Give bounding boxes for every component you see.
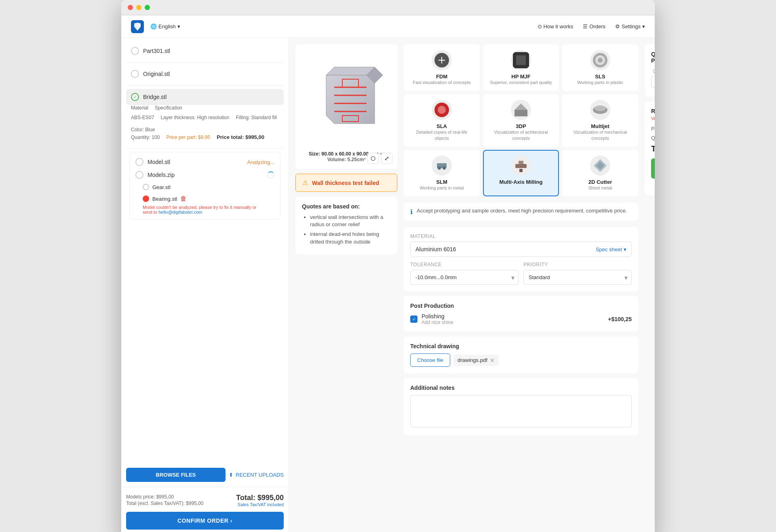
info-banner: ℹ Accept prototyping and sample orders, … xyxy=(404,203,638,221)
multiaxis-icon xyxy=(511,156,531,176)
footer-total-right: Total: $995,00 Sales Tax/VAT included xyxy=(236,494,284,507)
quantity-box: Quantity & Priority ↓ Show bulk prices Q… xyxy=(645,44,655,97)
additional-notes-section: Additional notes xyxy=(404,378,638,435)
process-card-sls[interactable]: SLS Working parts in plastic xyxy=(562,44,638,91)
how-it-works-link[interactable]: ⊙ How it works xyxy=(538,23,574,29)
svg-point-17 xyxy=(438,106,446,114)
models-zip-row: Models.zip xyxy=(133,168,277,181)
2dcutter-icon xyxy=(590,156,610,176)
nav-bar: 🌐 English ▾ ⊙ How it works ☰ Orders ⚙ Se… xyxy=(121,15,655,38)
color: Color: Blue xyxy=(131,127,155,132)
file-details: Material Specification ABS-ES07 Layer th… xyxy=(126,105,284,145)
fdm-icon xyxy=(432,50,452,70)
file-list: Part301.stl Original.stl 🗑 ✓ Br xyxy=(121,38,289,463)
spec-details-row: ABS-ES07 Layer thickness: High resolutio… xyxy=(131,115,279,132)
quotes-title: Quotes are based on: xyxy=(302,203,391,210)
list-item[interactable]: Original.stl 🗑 xyxy=(126,66,284,82)
delete-file-button[interactable]: 🗑 xyxy=(180,195,187,202)
process-card-slm[interactable]: SLM Working parts in metal xyxy=(404,150,480,196)
spec-sheet-link[interactable]: Spec sheet ▾ xyxy=(596,246,626,252)
slm-icon xyxy=(432,156,452,176)
technical-drawing-section: Technical drawing Choose file drawings.p… xyxy=(404,336,638,373)
error-email-link[interactable]: hello@digifabster.com xyxy=(158,210,202,214)
resulting-price-box: Resulting price VAT excluded Per part $1… xyxy=(645,101,655,195)
process-card-hpmjf[interactable]: HP MJF Superior, consistent part quality xyxy=(483,44,559,91)
technical-drawing-title: Technical drawing xyxy=(410,343,632,349)
quantity-input[interactable] xyxy=(651,76,655,88)
add-to-cart-button[interactable]: ADD TO CART ⚠ xyxy=(651,158,655,179)
quantity-panel: Quantity & Priority ↓ Show bulk prices Q… xyxy=(645,44,655,530)
polishing-name: Polishing xyxy=(422,313,453,320)
3dp-icon xyxy=(511,100,531,120)
ask-for-help-link[interactable]: ⊙ Ask for help xyxy=(651,183,655,189)
list-item[interactable]: ✓ Bridge.stl xyxy=(126,89,284,105)
process-card-fdm[interactable]: FDM Fast visualization of concepts xyxy=(404,44,480,91)
filling: Filling: Standard fill xyxy=(236,115,276,120)
tolerance-select[interactable]: -10.0mm...0.0mm xyxy=(410,270,519,285)
bearing-stl-row: Bearing.stl 🗑 xyxy=(133,193,277,205)
material-section: Material Aluminium 6016 Spec sheet ▾ Tol… xyxy=(404,227,638,291)
process-card-multijet[interactable]: Multijet Vizualization of mechanical con… xyxy=(562,94,638,147)
loading-spinner xyxy=(267,171,274,179)
warning-icon: ⚠ xyxy=(302,179,308,187)
tolerance-label: Tolerance xyxy=(410,262,519,267)
analyzing-group: Model.stl Analyzing... Models.zip Gear.s… xyxy=(129,152,280,220)
process-card-multiaxis[interactable]: Multi-Axis Milling xyxy=(483,150,559,196)
quotes-section: Quotes are based on: vertical wall inter… xyxy=(295,197,397,254)
maximize-button[interactable] xyxy=(145,5,150,10)
info-icon: ℹ xyxy=(410,208,413,216)
footer-price-left: Models price: $995,00 Total (excl. Sales… xyxy=(126,494,203,507)
info-text: Accept prototyping and sample orders, me… xyxy=(417,208,627,214)
priority-select[interactable]: Standard Express xyxy=(523,270,632,285)
browse-files-button[interactable]: BROWSE FILES xyxy=(126,468,226,482)
recent-uploads-button[interactable]: ⬆ RECENT UPLOADS xyxy=(229,468,284,482)
remove-file-button[interactable]: ✕ xyxy=(490,357,495,364)
list-item[interactable]: Part301.stl xyxy=(126,43,284,59)
logo xyxy=(131,20,144,33)
polishing-price: +$100,25 xyxy=(608,316,632,322)
wall-thickness-alert: ⚠ Wall thickness test failed xyxy=(295,174,397,192)
process-card-2dcutter[interactable]: 2D Cutter Sheet metal xyxy=(562,150,638,196)
polishing-checkbox[interactable] xyxy=(410,315,418,323)
price-summary: Models price: $995,00 Total (excl. Sales… xyxy=(126,494,284,507)
per-part-row: Per part $175,50 xyxy=(651,126,655,132)
fullscreen-button[interactable]: ⤢ xyxy=(381,153,392,164)
chevron-down-icon: ▾ xyxy=(177,23,180,29)
gear-icon: ⚙ xyxy=(615,23,620,29)
hpmjf-icon xyxy=(511,50,531,70)
alert-text: Wall thickness test failed xyxy=(312,180,379,186)
quote-item: internal dead-end holes being drilled th… xyxy=(310,231,391,245)
total-excl: Total (excl. Sales Tax/VAT): $995,00 xyxy=(126,500,203,506)
models-price: Models price: $995,00 xyxy=(126,494,203,500)
upload-icon: ⬆ xyxy=(229,472,233,478)
notes-title: Additional notes xyxy=(410,385,632,391)
language-selector[interactable]: 🌐 English ▾ xyxy=(150,23,180,29)
file-chip-name: drawings.pdf xyxy=(458,357,487,363)
quantity-values-row: $117,00 $175,50 $234,00 xyxy=(651,76,655,88)
orders-icon: ☰ xyxy=(583,23,588,29)
confirm-order-button[interactable]: CONFIRM ORDER › xyxy=(126,512,284,530)
process-card-sla[interactable]: SLA Detailed copies of real-life objects xyxy=(404,94,480,147)
svg-rect-27 xyxy=(519,169,523,172)
file-name: Models.zip xyxy=(148,172,263,178)
title-bar xyxy=(121,0,655,15)
notes-textarea[interactable] xyxy=(410,395,632,427)
orders-link[interactable]: ☰ Orders xyxy=(583,23,605,29)
svg-marker-1 xyxy=(326,75,375,124)
file-spec-row: Material Specification xyxy=(131,105,279,113)
vat-note: Sales Tax/VAT included xyxy=(236,502,284,507)
svg-rect-12 xyxy=(516,55,526,65)
quotes-list: vertical wall intersections with a radiu… xyxy=(302,214,391,246)
settings-link[interactable]: ⚙ Settings ▾ xyxy=(615,23,645,29)
file-upload-row: Choose file drawings.pdf ✕ xyxy=(410,353,632,367)
close-button[interactable] xyxy=(128,5,133,10)
choose-file-button[interactable]: Choose file xyxy=(410,353,450,367)
product-image xyxy=(302,51,391,148)
post-production-section: Post Production Polishing Add nice shine… xyxy=(404,296,638,332)
chevron-down-icon: ▾ xyxy=(642,23,645,29)
process-card-3dp[interactable]: 3DP Vizualization of achitectural concep… xyxy=(483,94,559,147)
3d-view-button[interactable]: ⬡ xyxy=(367,153,379,164)
nav-right: ⊙ How it works ☰ Orders ⚙ Settings ▾ xyxy=(538,23,645,29)
minimize-button[interactable] xyxy=(136,5,141,10)
question-icon: ⊙ xyxy=(538,23,542,29)
